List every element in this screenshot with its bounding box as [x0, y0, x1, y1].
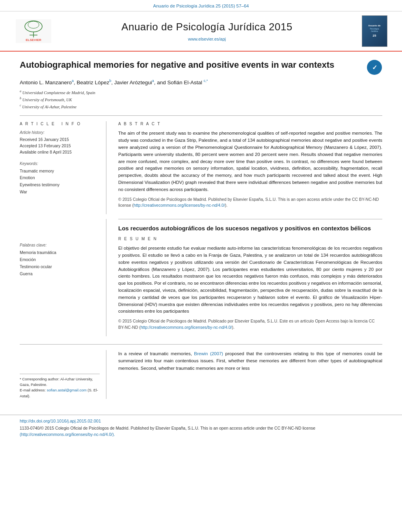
resumen-heading: R E S U M E N: [118, 236, 382, 242]
copyright-text: 1133-0740/© 2015 Colegio Oficial de Psic…: [20, 426, 315, 430]
journal-reference[interactable]: Anuario de Psicología Jurídica 25 (2015)…: [153, 4, 249, 8]
resumen-cc-notice: © 2015 Colegio Oficial de Psicólogos de …: [118, 318, 382, 331]
affiliation-c: c University of Al-Azhar, Palestine: [20, 103, 382, 110]
body-paragraph: In a review of traumatic memories, Brewi…: [118, 350, 382, 372]
article-info-abstract: A R T I C L E I N F O Article history: R…: [20, 115, 382, 214]
copyright-bottom: 1133-0740/© 2015 Colegio Oficial de Psic…: [20, 425, 382, 438]
accepted-date: Accepted 13 February 2015: [20, 143, 100, 149]
cc-notice: © 2015 Colegio Oficial de Psicólogos de …: [118, 196, 382, 209]
crossmark-icon[interactable]: ✓: [367, 59, 382, 75]
elsevier-logo-icon: ELSEVIER: [16, 19, 51, 43]
bottom-bar: http://dx.doi.org/10.1016/j.apj.2015.02.…: [0, 415, 402, 441]
palabras-clave-list: Memoria traumática Emoción Testimonio oc…: [20, 249, 100, 277]
spanish-title: Los recuerdos autobiográficos de los suc…: [118, 219, 382, 232]
available-date: Available online 8 April 2015: [20, 149, 100, 156]
svg-text:ELSEVIER: ELSEVIER: [26, 38, 41, 42]
journal-header: ELSEVIER Anuario de Psicología Jurídica …: [0, 11, 402, 52]
copyright-link[interactable]: (http://creativecommons.org/licenses/by-…: [20, 432, 115, 437]
lower-right-col: Los recuerdos autobiográficos de los suc…: [118, 219, 382, 336]
right-column-abstract: A B S T R A C T The aim of the present s…: [118, 121, 382, 214]
authors-line: Antonio L. Manzaneroa, Beatriz Lópezb, J…: [20, 78, 382, 86]
main-content: Autobiographical memories for negative a…: [0, 52, 402, 407]
brewin-citation[interactable]: Brewin (2007): [194, 351, 223, 356]
palabra-1: Memoria traumática: [20, 249, 100, 256]
header-left: ELSEVIER: [12, 19, 55, 43]
resumen-text: El objetivo del presente estudio fue eva…: [118, 245, 382, 315]
article-title-section: Autobiographical memories for negative a…: [20, 59, 382, 75]
footnote-corresponding: * Corresponding author: Al-Azhar Univers…: [20, 377, 93, 387]
keywords-list: Traumatic memory Emotion Eyewitness test…: [20, 168, 100, 196]
journal-title: Anuario de Psicología Jurídica 2015: [59, 20, 355, 34]
doi-link[interactable]: http://dx.doi.org/10.1016/j.apj.2015.02.…: [20, 418, 382, 424]
received-date: Received 16 January 2015: [20, 137, 100, 143]
spanish-section: Palabras clave: Memoria traumática Emoci…: [20, 219, 382, 336]
svg-text:✓: ✓: [372, 64, 377, 71]
palabras-clave-label: Palabras clave:: [20, 243, 100, 248]
article-history: Article history: Received 16 January 201…: [20, 130, 100, 155]
footnote-email[interactable]: sofian.astal@gmail.com: [47, 388, 87, 392]
palabras-clave-block: Palabras clave: Memoria traumática Emoci…: [20, 243, 100, 277]
two-col-lower: Palabras clave: Memoria traumática Emoci…: [20, 219, 382, 336]
journal-cover-thumbnail: Anuario de Psicología Jurídica 25: [362, 15, 387, 47]
keywords-block: Keywords: Traumatic memory Emotion Eyewi…: [20, 161, 100, 196]
keywords-label: Keywords:: [20, 161, 100, 167]
keyword-2: Emotion: [20, 174, 100, 182]
palabra-3: Testimonio ocular: [20, 263, 100, 271]
top-bar: Anuario de Psicología Jurídica 25 (2015)…: [0, 0, 402, 11]
affiliation-b: b University of Portsmouth, UK: [20, 96, 382, 103]
resumen-cc-link[interactable]: http://creativecommons.org/licenses/by-n…: [141, 325, 232, 330]
body-left-col: * Corresponding author: Al-Azhar Univers…: [20, 350, 106, 399]
abstract-text: The aim of the present study was to exam…: [118, 130, 382, 193]
lower-left-col: Palabras clave: Memoria traumática Emoci…: [20, 219, 106, 336]
journal-url[interactable]: www.elsevier.es/apj: [188, 37, 226, 41]
article-info-heading: A R T I C L E I N F O: [20, 121, 100, 127]
keyword-3: Eyewitness testimony: [20, 182, 100, 189]
body-right-col: In a review of traumatic memories, Brewi…: [118, 350, 382, 399]
palabra-2: Emoción: [20, 256, 100, 263]
keyword-4: War: [20, 189, 100, 196]
footnote-email-label: E-mail address:: [20, 388, 46, 392]
keyword-1: Traumatic memory: [20, 168, 100, 175]
affiliations: a Universidad Complutense de Madrid, Spa…: [20, 89, 382, 110]
cc-link[interactable]: http://creativecommons.org/licenses/by-n…: [134, 203, 225, 208]
abstract-heading: A B S T R A C T: [118, 121, 382, 127]
history-label: Article history:: [20, 130, 100, 135]
body-section: * Corresponding author: Al-Azhar Univers…: [20, 344, 382, 399]
palabra-4: Guerra: [20, 271, 100, 278]
footnote: * Corresponding author: Al-Azhar Univers…: [20, 374, 100, 399]
affiliation-a: a Universidad Complutense de Madrid, Spa…: [20, 89, 382, 96]
header-right: Anuario de Psicología Jurídica 25: [359, 15, 390, 47]
left-column: A R T I C L E I N F O Article history: R…: [20, 121, 106, 214]
header-center: Anuario de Psicología Jurídica 2015 www.…: [59, 20, 355, 43]
article-title: Autobiographical memories for negative a…: [20, 59, 363, 71]
